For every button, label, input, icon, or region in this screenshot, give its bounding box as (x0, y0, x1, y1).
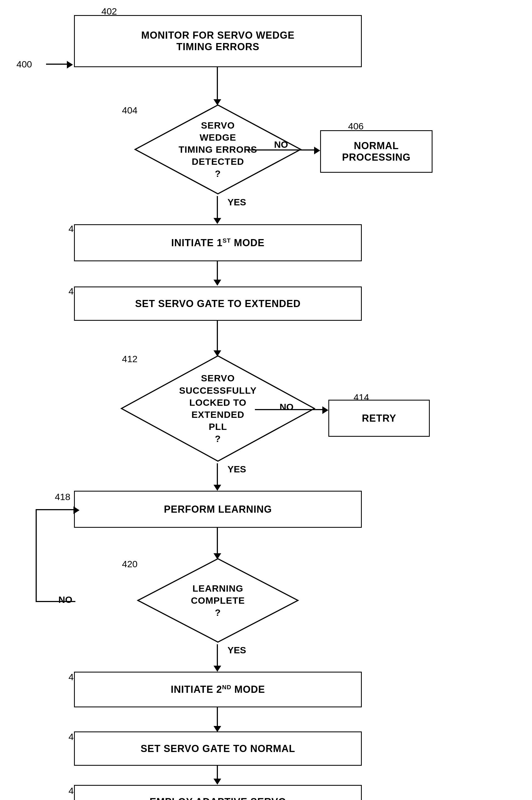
label-no-404: NO (274, 139, 288, 150)
arrow-420-yes (213, 666, 221, 672)
ref-418: 418 (55, 492, 71, 502)
box-434: EMPLOY ADAPTIVE SERVO ADJUSTMENTS (74, 785, 362, 800)
conn-420-yes (217, 644, 218, 669)
box-408-text: INITIATE 1ST MODE (171, 237, 265, 249)
box-430-text: INITIATE 2ND MODE (171, 684, 265, 695)
box-406: NORMAL PROCESSING (320, 130, 433, 173)
arrow-400 (67, 61, 73, 69)
arrow-412-no (322, 406, 328, 414)
arrow-408-410 (213, 280, 221, 286)
box-418: PERFORM LEARNING (74, 491, 362, 528)
arrow-412-yes (213, 485, 221, 491)
conn-420-no-v (36, 509, 37, 602)
label-yes-420: YES (227, 645, 246, 655)
conn-412-yes (217, 463, 218, 488)
conn-410-412 (217, 321, 218, 354)
arrow-420-no (73, 507, 79, 514)
conn-418-420 (217, 528, 218, 556)
label-no-420: NO (58, 594, 72, 605)
box-430: INITIATE 2ND MODE (74, 672, 362, 707)
ref-400: 400 (16, 59, 32, 70)
box-408: INITIATE 1ST MODE (74, 224, 362, 261)
label-yes-404: YES (227, 197, 246, 208)
arrow-404-no (314, 147, 320, 154)
conn-420-no-h1 (36, 601, 75, 602)
diamond-420: LEARNING COMPLETE ? (74, 556, 362, 644)
flowchart-diagram: 400 402 MONITOR FOR SERVO WEDGE TIMING E… (0, 0, 532, 800)
conn-420-no-h2 (36, 509, 75, 510)
label-yes-412: YES (227, 464, 246, 475)
box-402: MONITOR FOR SERVO WEDGE TIMING ERRORS (74, 15, 362, 67)
box-414: RETRY (328, 400, 430, 437)
conn-402-404 (217, 67, 218, 103)
arrow-432-434 (213, 779, 221, 785)
arrow-430-432 (213, 726, 221, 732)
arrow-404-yes (213, 218, 221, 224)
box-410: SET SERVO GATE TO EXTENDED (74, 286, 362, 321)
conn-412-no (255, 409, 323, 410)
connector-400 (46, 63, 68, 65)
box-432: SET SERVO GATE TO NORMAL (74, 731, 362, 766)
label-no-412: NO (280, 402, 293, 412)
